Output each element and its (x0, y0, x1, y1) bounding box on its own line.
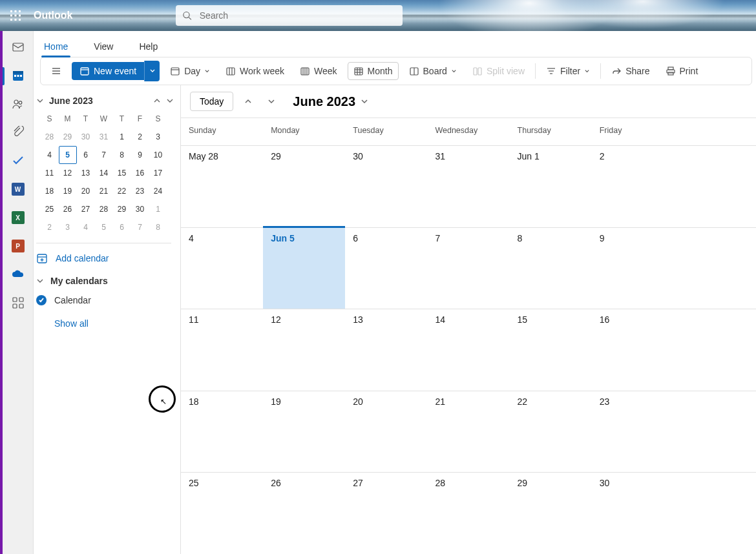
calendar-cell[interactable]: 14 (427, 309, 509, 391)
mini-day[interactable]: 31 (95, 128, 113, 146)
mini-day[interactable]: 6 (77, 146, 95, 164)
mini-day[interactable]: 16 (131, 164, 149, 182)
tab-help[interactable]: Help (135, 37, 162, 57)
calendar-cell[interactable]: 11 (181, 309, 263, 391)
mini-month-title[interactable]: June 2023 (49, 96, 148, 106)
tab-home[interactable]: Home (40, 37, 72, 57)
mini-day[interactable]: 13 (77, 164, 95, 182)
calendar-cell[interactable]: 28 (427, 473, 509, 554)
mini-day[interactable]: 17 (149, 164, 167, 182)
calendar-cell[interactable]: 19 (263, 391, 345, 473)
mail-icon[interactable] (11, 40, 25, 54)
mini-day[interactable]: 21 (95, 182, 113, 200)
calendar-cell[interactable]: 6 (345, 228, 427, 309)
mini-day[interactable]: 1 (149, 200, 167, 218)
app-launcher-icon[interactable] (0, 10, 31, 21)
calendar-cell[interactable]: 9 (592, 228, 674, 309)
filter-button[interactable]: Filter (541, 63, 595, 79)
mini-day[interactable]: 1 (113, 128, 131, 146)
mini-day[interactable]: 14 (95, 164, 113, 182)
mini-day[interactable]: 18 (41, 182, 59, 200)
calendar-cell[interactable]: 16 (592, 309, 674, 391)
mini-day[interactable]: 23 (131, 182, 149, 200)
mini-day[interactable]: 29 (59, 128, 77, 146)
calendar-cell[interactable]: 29 (263, 146, 345, 227)
calendar-cell[interactable]: 18 (181, 391, 263, 473)
mini-day[interactable]: 11 (41, 164, 59, 182)
mini-calendar[interactable]: SMTWTFS282930311234567891011121314151617… (34, 110, 174, 236)
calendar-cell[interactable]: 8 (510, 228, 592, 309)
mini-day[interactable]: 30 (131, 200, 149, 218)
prev-period-icon[interactable] (240, 93, 257, 110)
calendar-cell[interactable]: 30 (592, 473, 674, 554)
mini-day[interactable]: 7 (131, 218, 149, 236)
new-event-dropdown[interactable] (144, 61, 160, 81)
mini-day[interactable]: 26 (59, 200, 77, 218)
calendar-grid[interactable]: SundayMondayTuesdayWednesdayThursdayFrid… (181, 118, 756, 554)
calendar-cell[interactable]: 15 (510, 309, 592, 391)
add-calendar-link[interactable]: Add calendar (34, 250, 174, 267)
calendar-cell[interactable]: 31 (427, 146, 509, 227)
my-calendars-section[interactable]: My calendars (34, 267, 174, 291)
calendar-cell[interactable]: 30 (345, 146, 427, 227)
calendar-cell[interactable]: 21 (427, 391, 509, 473)
mini-day[interactable]: 28 (95, 200, 113, 218)
mini-day[interactable]: 20 (77, 182, 95, 200)
more-apps-icon[interactable] (11, 296, 25, 310)
mini-day[interactable]: 6 (113, 218, 131, 236)
workweek-view-button[interactable]: Work week (220, 63, 289, 79)
mini-day[interactable]: 5 (95, 218, 113, 236)
mini-day[interactable]: 3 (149, 128, 167, 146)
people-icon[interactable] (11, 97, 25, 111)
mini-day[interactable]: 4 (41, 146, 59, 164)
mini-day[interactable]: 29 (113, 200, 131, 218)
mini-day[interactable]: 2 (41, 218, 59, 236)
calendar-cell[interactable]: 29 (510, 473, 592, 554)
mini-day[interactable]: 19 (59, 182, 77, 200)
mini-day[interactable]: 25 (41, 200, 59, 218)
mini-day[interactable]: 28 (41, 128, 59, 146)
mini-day[interactable]: 8 (149, 218, 167, 236)
calendar-cell[interactable]: 2 (592, 146, 674, 227)
calendar-cell[interactable]: 12 (263, 309, 345, 391)
search-input[interactable] (198, 10, 396, 21)
share-button[interactable]: Share (606, 63, 655, 79)
calendar-cell[interactable]: 23 (592, 391, 674, 473)
mini-day[interactable]: 15 (113, 164, 131, 182)
mini-day[interactable]: 9 (131, 146, 149, 164)
mini-day[interactable]: 27 (77, 200, 95, 218)
next-period-icon[interactable] (263, 93, 280, 110)
todo-icon[interactable] (11, 154, 25, 168)
day-view-button[interactable]: Day (165, 63, 215, 79)
calendar-cell[interactable]: 7 (427, 228, 509, 309)
calendar-cell[interactable]: May 28 (181, 146, 263, 227)
excel-icon[interactable]: X (11, 210, 25, 225)
week-view-button[interactable]: Week (295, 63, 342, 79)
mini-day[interactable]: 10 (149, 146, 167, 164)
calendar-cell[interactable]: 4 (181, 228, 263, 309)
calendar-item[interactable]: Calendar (34, 291, 174, 309)
onedrive-icon[interactable] (11, 267, 25, 282)
search-box[interactable] (176, 5, 403, 26)
calendar-cell[interactable]: 22 (510, 391, 592, 473)
mini-day[interactable]: 5 (59, 146, 77, 164)
calendar-icon[interactable] (11, 68, 25, 83)
calendar-cell[interactable]: 20 (345, 391, 427, 473)
month-title[interactable]: June 2023 (293, 94, 368, 109)
mini-day[interactable]: 3 (59, 218, 77, 236)
show-all-link[interactable]: Show all (34, 309, 174, 331)
new-event-button[interactable]: New event (72, 62, 144, 80)
print-button[interactable]: Print (660, 63, 704, 79)
calendar-cell[interactable]: Jun 1 (510, 146, 592, 227)
mini-day[interactable]: 12 (59, 164, 77, 182)
mini-day[interactable]: 2 (131, 128, 149, 146)
word-icon[interactable]: W (11, 182, 25, 196)
mini-day[interactable]: 8 (113, 146, 131, 164)
calendar-cell[interactable]: 27 (345, 473, 427, 554)
next-month-icon[interactable] (166, 97, 174, 105)
mini-day[interactable]: 24 (149, 182, 167, 200)
mini-day[interactable]: 30 (77, 128, 95, 146)
tab-view[interactable]: View (90, 37, 117, 57)
calendar-cell[interactable]: 26 (263, 473, 345, 554)
board-view-button[interactable]: Board (404, 63, 462, 79)
